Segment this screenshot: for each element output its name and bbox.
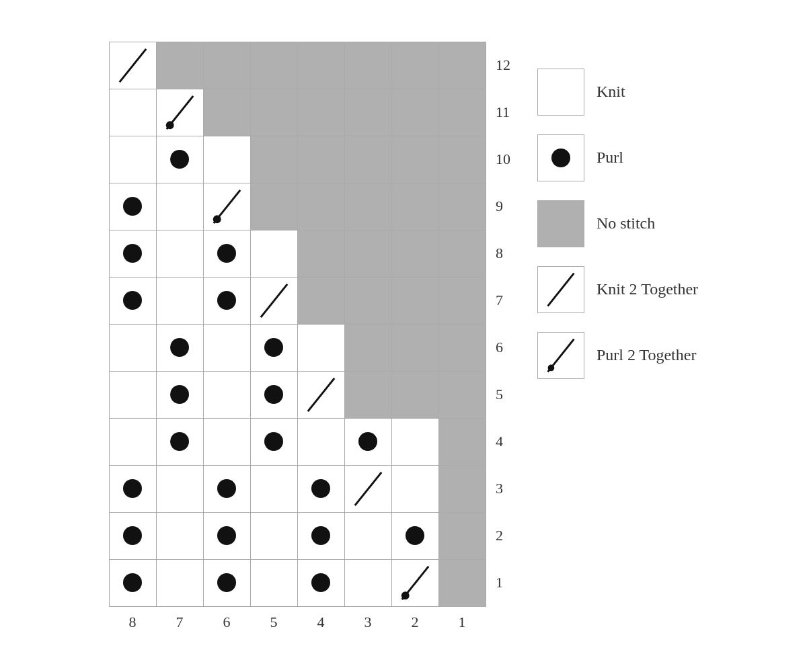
cell-r11-c5 [345,560,392,607]
cell-r11-c1 [157,560,204,607]
purl-dot [170,338,189,357]
cell-r1-c7 [439,89,486,136]
cell-r7-c0 [110,372,157,419]
cell-r8-c2 [204,419,251,466]
cell-r0-c2 [204,42,251,89]
cell-r2-c1 [157,136,204,183]
k2tog-slash [110,42,156,89]
cell-r0-c6 [392,42,439,89]
cell-r4-c3 [251,230,298,278]
knit-grid [109,42,486,607]
p2tog-slash [392,560,438,606]
cell-r9-c2 [204,466,251,513]
col-label-3: 3 [344,610,391,631]
cell-r9-c7 [439,466,486,513]
col-labels: 87654321 [109,610,486,631]
cell-r4-c2 [204,230,251,278]
cell-r6-c4 [298,325,345,372]
cell-r7-c6 [392,372,439,419]
row-label-3: 3 [492,465,510,512]
row-label-9: 9 [492,183,510,230]
cell-r2-c0 [110,136,157,183]
cell-r11-c6 [392,560,439,607]
cell-r1-c6 [392,89,439,136]
cell-r0-c0 [110,42,157,89]
cell-r6-c2 [204,325,251,372]
cell-r10-c7 [439,513,486,560]
legend-label-k2tog: Knit 2 Together [597,280,698,298]
cell-r5-c5 [345,278,392,325]
col-label-4: 4 [297,610,344,631]
row-label-10: 10 [492,136,510,183]
legend-box-p2tog [537,332,584,379]
cell-r8-c3 [251,419,298,466]
cell-r3-c3 [251,183,298,230]
cell-r11-c7 [439,560,486,607]
cell-r3-c2 [204,183,251,230]
row-label-12: 12 [492,42,510,89]
cell-r7-c5 [345,372,392,419]
cell-r2-c7 [439,136,486,183]
purl-dot [217,479,236,498]
cell-r7-c4 [298,372,345,419]
cell-r2-c5 [345,136,392,183]
purl-dot [123,479,142,498]
cell-r2-c3 [251,136,298,183]
purl-dot [311,573,330,592]
legend-item-k2tog: Knit 2 Together [537,266,698,313]
purl-dot [311,526,330,545]
purl-dot [217,291,236,310]
col-label-2: 2 [391,610,438,631]
p2tog-icon [538,333,584,378]
cell-r5-c7 [439,278,486,325]
legend-box-knit [537,69,584,116]
cell-r5-c2 [204,278,251,325]
purl-dot [264,338,283,357]
cell-r0-c5 [345,42,392,89]
cell-r7-c2 [204,372,251,419]
purl-dot [264,432,283,451]
cell-r5-c3 [251,278,298,325]
purl-dot [123,197,142,216]
cell-r6-c6 [392,325,439,372]
cell-r8-c1 [157,419,204,466]
cell-r2-c6 [392,136,439,183]
svg-line-6 [308,378,334,411]
cell-r10-c1 [157,513,204,560]
legend-item-p2tog: Purl 2 Together [537,332,698,379]
purl-dot [217,526,236,545]
cell-r9-c4 [298,466,345,513]
legend-item-knit: Knit [537,69,698,116]
legend-item-purl: Purl [537,134,698,181]
cell-r4-c6 [392,230,439,278]
cell-r8-c7 [439,419,486,466]
purl-dot [123,573,142,592]
purl-dot [217,244,236,263]
legend-box-purl [537,134,584,181]
k2tog-icon [538,267,584,312]
cell-r2-c2 [204,136,251,183]
svg-point-4 [213,215,221,223]
row-label-4: 4 [492,418,510,465]
svg-point-2 [166,121,174,129]
cell-r4-c7 [439,230,486,278]
purl-dot [264,385,283,404]
svg-line-0 [120,48,146,81]
cell-r11-c2 [204,560,251,607]
svg-line-7 [355,472,381,505]
cell-r7-c1 [157,372,204,419]
cell-r5-c0 [110,278,157,325]
cell-r1-c2 [204,89,251,136]
k2tog-slash [298,372,344,418]
row-labels: 121110987654321 [492,42,510,607]
cell-r8-c5 [345,419,392,466]
purl-dot [311,479,330,498]
cell-r2-c4 [298,136,345,183]
cell-r6-c7 [439,325,486,372]
legend-box-no-stitch [537,200,584,247]
cell-r0-c4 [298,42,345,89]
col-label-7: 7 [156,610,203,631]
cell-r7-c3 [251,372,298,419]
cell-r4-c4 [298,230,345,278]
cell-r5-c4 [298,278,345,325]
